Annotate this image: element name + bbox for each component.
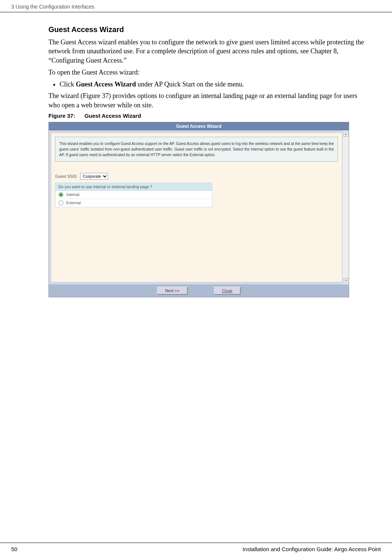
figure-caption: Figure 37:Guest Access Wizard xyxy=(48,113,370,119)
figure-title: Guest Access Wizard xyxy=(85,113,141,119)
page-content: Guest Access Wizard The Guest Access wiz… xyxy=(0,12,392,297)
chapter-label: 3 Using the Configuration Interfaces xyxy=(11,4,94,10)
scroll-down-icon[interactable]: ▾ xyxy=(343,278,348,283)
page-header: 3 Using the Configuration Interfaces xyxy=(0,0,392,12)
next-button[interactable]: Next >> xyxy=(157,287,188,295)
open-instruction: To open the Guest Access wizard: xyxy=(48,68,370,77)
wizard-body: This wizard enables you to configure Gue… xyxy=(49,130,349,284)
close-button[interactable]: Close xyxy=(214,287,241,295)
bullet-post: under AP Quick Start on the side menu. xyxy=(136,80,244,88)
footer-inner: 50 Installation and Configuration Guide:… xyxy=(11,543,381,552)
internal-radio[interactable] xyxy=(59,192,63,197)
scrollbar[interactable]: ▴ ▾ xyxy=(342,130,349,284)
wizard-description: This wizard enables you to configure Gue… xyxy=(55,137,338,162)
section-title: Guest Access Wizard xyxy=(48,25,370,34)
page-footer: 50 Installation and Configuration Guide:… xyxy=(0,543,392,552)
internal-option[interactable]: Internal xyxy=(56,191,212,199)
doc-title: Installation and Configuration Guide: Ai… xyxy=(243,546,381,552)
landing-page-question: Do you want to use internal or external … xyxy=(56,183,212,191)
intro-paragraph: The Guest Access wizard enables you to c… xyxy=(48,38,370,65)
instruction-item: Click Guest Access Wizard under AP Quick… xyxy=(60,80,370,89)
bullet-pre: Click xyxy=(60,80,76,88)
instruction-list: Click Guest Access Wizard under AP Quick… xyxy=(60,80,370,89)
wizard-dialog: Guest Access Wizard This wizard enables … xyxy=(48,122,349,297)
internal-label: Internal xyxy=(66,192,79,197)
guest-ssid-select[interactable]: Corporate xyxy=(80,173,108,180)
bullet-bold: Guest Access Wizard xyxy=(76,80,136,88)
landing-page-question-box: Do you want to use internal or external … xyxy=(55,183,212,207)
external-radio[interactable] xyxy=(59,200,63,205)
wizard-footer: Next >> Close xyxy=(49,284,349,297)
page-number: 50 xyxy=(11,546,18,552)
wizard-title-bar: Guest Access Wizard xyxy=(49,122,349,130)
guest-ssid-label: Guest SSID xyxy=(55,174,77,179)
figure-number: Figure 37: xyxy=(48,113,75,119)
wizard-description-para: The wizard (Figure 37) provides options … xyxy=(48,91,370,110)
guest-ssid-field: Guest SSID Corporate xyxy=(51,165,342,183)
wizard-main: This wizard enables you to configure Gue… xyxy=(51,133,342,282)
wizard-spacer xyxy=(51,207,342,282)
external-option[interactable]: External xyxy=(56,199,212,207)
scroll-up-icon[interactable]: ▴ xyxy=(343,132,348,137)
external-label: External xyxy=(66,200,81,205)
